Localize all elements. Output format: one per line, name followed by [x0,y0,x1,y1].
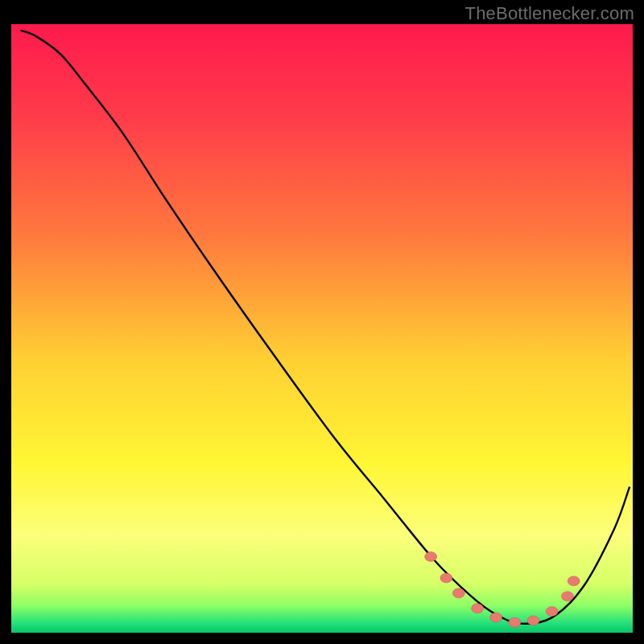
marker-dot [440,573,452,583]
marker-dot [568,576,580,586]
marker-dot [509,617,521,627]
marker-dot [546,607,558,617]
marker-dot [452,588,464,598]
marker-dot [472,604,484,613]
marker-dot [561,592,573,601]
marker-dot [490,613,502,622]
bottleneck-chart [11,24,633,633]
marker-dot [425,552,437,562]
marker-dot [527,616,539,625]
attribution-text: TheBottlenecker.com [465,3,634,24]
gradient-background [11,24,633,633]
chart-frame [11,24,633,633]
